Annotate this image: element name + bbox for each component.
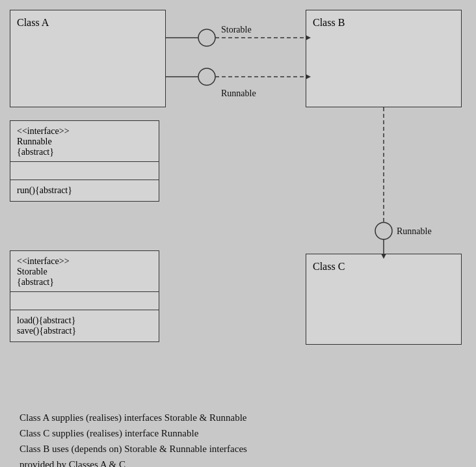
iface-runnable-stereotype: <<interface>> xyxy=(17,126,152,137)
iface-runnable-modifier: {abstract} xyxy=(17,147,152,157)
description-line1: Class A supplies (realises) interfaces S… xyxy=(20,410,247,425)
iface-storable-methods: load(){abstract} save(){abstract} xyxy=(10,310,159,341)
interface-storable-box: <<interface>> Storable {abstract} load()… xyxy=(10,250,159,342)
svg-point-9 xyxy=(375,222,392,239)
iface-storable-header: <<interface>> Storable {abstract} xyxy=(10,251,159,292)
description-block: Class A supplies (realises) interfaces S… xyxy=(20,410,247,467)
iface-runnable-method1: run(){abstract} xyxy=(17,185,152,196)
runnable-lollipop2-label: Runnable xyxy=(397,226,432,236)
class-c-box: Class C xyxy=(306,254,462,345)
iface-runnable-empty-section xyxy=(10,162,159,180)
iface-runnable-header: <<interface>> Runnable {abstract} xyxy=(10,121,159,162)
class-a-label: Class A xyxy=(17,17,49,29)
description-line3: Class B uses (depends on) Storable & Run… xyxy=(20,441,247,457)
iface-runnable-name: Runnable xyxy=(17,137,152,147)
class-b-label: Class B xyxy=(313,17,345,29)
storable-lollipop-label: Storable xyxy=(221,25,252,34)
class-c-label: Class C xyxy=(313,261,345,273)
class-a-box: Class A xyxy=(10,10,166,107)
class-b-box: Class B xyxy=(306,10,462,107)
iface-storable-method2: save(){abstract} xyxy=(17,326,152,336)
iface-storable-name: Storable xyxy=(17,267,152,277)
iface-storable-method1: load(){abstract} xyxy=(17,315,152,326)
iface-runnable-methods: run(){abstract} xyxy=(10,180,159,201)
description-line2: Class C supplies (realises) interface Ru… xyxy=(20,425,247,441)
iface-storable-modifier: {abstract} xyxy=(17,277,152,287)
interface-runnable-box: <<interface>> Runnable {abstract} run(){… xyxy=(10,120,159,202)
svg-point-5 xyxy=(198,68,215,85)
runnable-lollipop-label: Runnable xyxy=(221,88,256,98)
svg-point-1 xyxy=(198,29,215,46)
iface-storable-empty-section xyxy=(10,292,159,310)
description-line4: provided by Classes A & C xyxy=(20,457,247,467)
iface-storable-stereotype: <<interface>> xyxy=(17,256,152,267)
